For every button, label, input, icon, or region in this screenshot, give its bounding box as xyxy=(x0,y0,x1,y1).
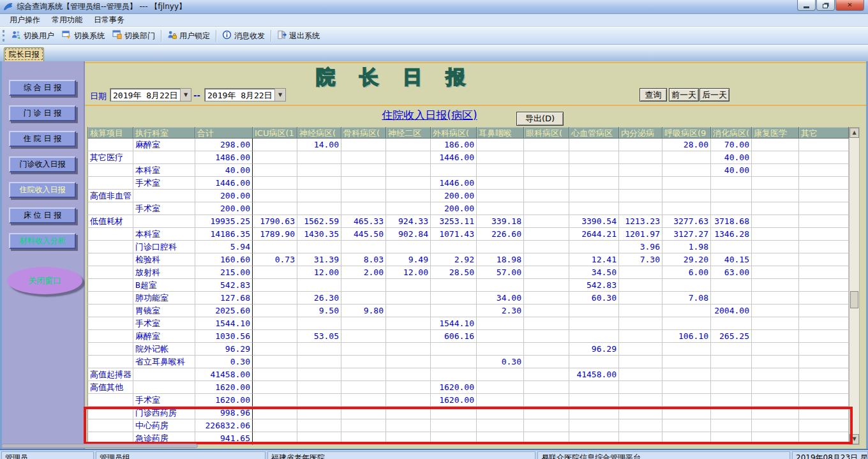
table-cell[interactable] xyxy=(477,432,524,445)
table-cell[interactable]: 麻醉室 xyxy=(133,139,195,151)
table-cell[interactable]: 14.00 xyxy=(297,139,341,151)
table-cell[interactable] xyxy=(524,151,569,164)
table-cell[interactable] xyxy=(752,356,799,368)
column-header-7[interactable]: 神经二区 xyxy=(386,127,431,139)
table-cell[interactable]: 200.00 xyxy=(195,190,253,202)
table-cell[interactable]: 急诊药房 xyxy=(133,432,195,445)
table-cell[interactable] xyxy=(569,177,619,190)
table-cell[interactable] xyxy=(431,419,477,432)
table-cell[interactable] xyxy=(431,368,477,381)
table-cell[interactable] xyxy=(619,432,662,445)
table-cell[interactable] xyxy=(431,343,477,356)
table-cell[interactable]: 41458.00 xyxy=(569,368,619,381)
table-cell[interactable] xyxy=(386,177,431,190)
column-header-13[interactable]: 呼吸病区(9 xyxy=(662,127,711,139)
table-cell[interactable] xyxy=(297,394,341,407)
table-cell[interactable] xyxy=(569,381,619,394)
table-cell[interactable] xyxy=(752,228,799,241)
table-cell[interactable]: 低值耗材 xyxy=(87,215,133,228)
table-cell[interactable]: 542.83 xyxy=(569,279,619,292)
table-cell[interactable] xyxy=(799,330,849,343)
table-cell[interactable] xyxy=(799,305,849,317)
table-cell[interactable] xyxy=(477,279,524,292)
table-cell[interactable] xyxy=(662,151,711,164)
table-cell[interactable]: 31.39 xyxy=(297,253,341,266)
table-cell[interactable] xyxy=(619,317,662,330)
close-button[interactable]: ✕ xyxy=(835,0,864,11)
toolbar-button-exit-system[interactable]: 退出系统 xyxy=(273,28,324,43)
table-cell[interactable] xyxy=(341,190,386,202)
table-cell[interactable]: 5.94 xyxy=(195,241,253,253)
table-cell[interactable] xyxy=(253,164,297,177)
table-cell[interactable] xyxy=(662,368,711,381)
table-cell[interactable] xyxy=(253,177,297,190)
date-to-picker[interactable]: 2019年 8月22日 ▼ xyxy=(204,88,286,102)
column-header-16[interactable]: 其它 xyxy=(799,127,849,139)
table-cell[interactable] xyxy=(752,266,799,279)
table-cell[interactable] xyxy=(477,407,524,419)
table-cell[interactable] xyxy=(711,419,752,432)
table-cell[interactable] xyxy=(297,432,341,445)
table-cell[interactable] xyxy=(524,279,569,292)
table-cell[interactable] xyxy=(662,356,711,368)
table-cell[interactable] xyxy=(341,394,386,407)
table-cell[interactable]: 215.00 xyxy=(195,266,253,279)
table-cell[interactable] xyxy=(297,151,341,164)
table-cell[interactable]: 3253.11 xyxy=(431,215,477,228)
table-cell[interactable] xyxy=(477,394,524,407)
table-cell[interactable] xyxy=(477,419,524,432)
table-cell[interactable] xyxy=(662,381,711,394)
table-cell[interactable] xyxy=(569,330,619,343)
sidebar-button-5[interactable]: 住院收入日报 xyxy=(9,182,76,198)
column-header-12[interactable]: 内分泌病 xyxy=(619,127,662,139)
table-cell[interactable] xyxy=(386,317,431,330)
table-cell[interactable] xyxy=(133,151,195,164)
table-cell[interactable] xyxy=(752,407,799,419)
table-cell[interactable] xyxy=(87,228,133,241)
table-cell[interactable] xyxy=(133,381,195,394)
table-cell[interactable] xyxy=(524,305,569,317)
table-cell[interactable] xyxy=(524,356,569,368)
query-button[interactable]: 查询 xyxy=(640,88,667,102)
column-header-9[interactable]: 耳鼻咽喉 xyxy=(477,127,524,139)
column-header-6[interactable]: 骨科病区( xyxy=(341,127,386,139)
table-cell[interactable]: 41458.00 xyxy=(195,368,253,381)
table-cell[interactable]: B超室 xyxy=(133,279,195,292)
menu-item-3[interactable]: 日常事务 xyxy=(88,13,130,27)
table-cell[interactable]: 手术室 xyxy=(133,202,195,215)
table-cell[interactable] xyxy=(87,253,133,266)
table-cell[interactable]: 手术室 xyxy=(133,394,195,407)
minimize-button[interactable] xyxy=(797,0,816,11)
close-window-button[interactable]: 关闭窗口 xyxy=(7,267,82,294)
table-cell[interactable] xyxy=(341,317,386,330)
table-cell[interactable] xyxy=(524,177,569,190)
table-cell[interactable] xyxy=(619,407,662,419)
table-cell[interactable] xyxy=(662,305,711,317)
export-button[interactable]: 导出(D) xyxy=(516,112,564,126)
table-cell[interactable] xyxy=(341,356,386,368)
restore-button[interactable] xyxy=(816,0,835,11)
table-cell[interactable] xyxy=(524,190,569,202)
table-cell[interactable]: 127.68 xyxy=(195,292,253,305)
table-cell[interactable] xyxy=(253,368,297,381)
table-cell[interactable] xyxy=(133,368,195,381)
table-cell[interactable]: 34.00 xyxy=(477,292,524,305)
table-cell[interactable] xyxy=(711,202,752,215)
table-cell[interactable]: 院外记帐 xyxy=(133,343,195,356)
table-cell[interactable]: 3127.27 xyxy=(662,228,711,241)
table-cell[interactable] xyxy=(711,190,752,202)
table-cell[interactable] xyxy=(87,279,133,292)
column-header-4[interactable]: ICU病区(1 xyxy=(253,127,297,139)
table-cell[interactable]: 941.65 xyxy=(195,432,253,445)
table-cell[interactable] xyxy=(431,241,477,253)
table-cell[interactable] xyxy=(752,343,799,356)
table-cell[interactable] xyxy=(431,432,477,445)
table-cell[interactable]: 高值非血管 xyxy=(87,190,133,202)
table-cell[interactable] xyxy=(752,432,799,445)
table-cell[interactable] xyxy=(253,317,297,330)
table-cell[interactable] xyxy=(253,279,297,292)
table-cell[interactable] xyxy=(619,279,662,292)
table-cell[interactable] xyxy=(799,279,849,292)
column-header-15[interactable]: 康复医学 xyxy=(752,127,799,139)
table-cell[interactable]: 1620.00 xyxy=(195,381,253,394)
